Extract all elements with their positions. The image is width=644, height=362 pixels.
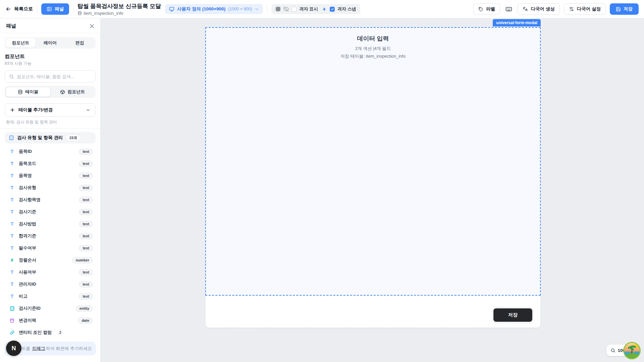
field-item[interactable]: T품목명text [5,170,96,182]
field-name: 검사방법 [19,221,36,227]
universal-form-modal-component[interactable]: universal-form-modal 데이터 입력 2개 섹션 |4개 필드… [205,27,541,328]
form-modal-footer[interactable]: 저장 [205,296,541,328]
field-name: 품목명 [19,173,32,179]
field-item[interactable]: T필수여부text [5,242,96,254]
field-item[interactable]: T검사방법text [5,218,96,230]
field-list-scroll[interactable]: 검사 유형 및 항목 관리 15개 T품목IDtextT품목코드textT품목명… [0,129,100,339]
join-count-badge: 2 [57,329,63,336]
field-type-badge: text [79,209,93,215]
panel-title: 패널 [6,23,16,29]
field-item[interactable]: 검사기준IDentity [5,302,96,314]
divider [37,5,37,13]
field-name: 엔티티 조인 컬럼 [19,329,52,336]
source-toggle: 테이블 컴포넌트 [5,86,96,98]
design-canvas[interactable]: universal-form-modal 데이터 입력 2개 섹션 |4개 필드… [101,18,644,362]
chevron-down-icon [255,7,259,11]
modal-save-button[interactable]: 저장 [493,308,532,322]
table-group-header[interactable]: 검사 유형 및 항목 관리 15개 [5,132,96,143]
field-item[interactable]: T검사유형text [5,182,96,194]
field-type-badge: date [78,317,93,324]
text-field-icon: T [9,173,15,178]
source-components-button[interactable]: 컴포넌트 [51,87,95,97]
add-change-table-button[interactable]: 테이블 추가/변경 [5,103,96,117]
label-toggle-button[interactable]: 라벨 [473,3,500,15]
field-item[interactable]: T비고text [5,290,96,302]
divider [267,5,267,13]
field-item[interactable]: T합격기준text [5,230,96,242]
magnifier-icon [610,348,615,353]
field-item[interactable]: T관리자IDtext [5,278,96,290]
field-type-badge: text [79,221,93,227]
form-modal-meta: 2개 섹션 |4개 필드 [206,46,540,52]
save-button[interactable]: 저장 [610,3,639,15]
eye-off-icon[interactable] [283,6,289,12]
search-icon [9,74,14,79]
number-field-icon: # [9,257,15,263]
field-type-badge: text [79,233,93,239]
i18n-settings-button[interactable]: 다국어 설정 [564,3,606,15]
i18n-generate-button[interactable]: 다국어 생성 [518,3,559,15]
tropical-island-sticker[interactable] [623,342,641,359]
calendar-icon [9,318,15,323]
keyboard-icon [505,6,512,12]
field-item[interactable]: T품목코드text [5,158,96,170]
field-name: 필수여부 [19,245,36,251]
form-modal-table-info: 저장 테이블: item_inspection_info [206,53,540,59]
database-icon [77,11,82,15]
snap-grid-checkbox[interactable] [330,7,335,12]
field-item[interactable]: 변경이력date [5,314,96,326]
form-modal-body[interactable]: 데이터 입력 2개 섹션 |4개 필드 저장 테이블: item_inspect… [205,27,541,296]
monitor-icon [169,6,174,12]
assistant-logo-button[interactable]: N [6,341,21,356]
search-input[interactable] [17,74,91,79]
grid-icon [275,6,281,12]
field-item[interactable]: T사용여부text [5,266,96,278]
field-item[interactable]: T품목IDtext [5,145,96,158]
field-type-badge: entity [76,305,93,312]
source-tables-button[interactable]: 테이블 [6,87,51,97]
back-label: 목록으로 [14,6,33,12]
text-field-icon: T [9,149,15,154]
text-field-icon: T [9,294,15,299]
database-icon [9,135,14,140]
lightning-icon [322,7,327,12]
field-item[interactable]: 엔티티 조인 컬럼2 [5,326,96,339]
field-name: 사용여부 [19,269,36,275]
field-type-badge: text [79,173,93,179]
field-type-badge: number [72,257,93,263]
field-type-badge: text [79,245,93,251]
field-count-badge: 15개 [66,134,80,141]
top-toolbar: 목록으로 패널 탑씰 품목검사정보 신규등록 모달 item_inspectio… [0,0,644,18]
tab-edit[interactable]: 편집 [65,38,95,48]
show-grid-checkbox[interactable] [291,7,297,12]
field-item[interactable]: T검사기준text [5,206,96,218]
show-grid-label: 격자 표시 [299,6,318,12]
form-modal-title: 데이터 입력 [206,35,540,43]
back-to-list-button[interactable]: 목록으로 [5,6,33,12]
viewport-size-select[interactable]: 사용자 정의 (1000×900) (1000 × 900) [165,4,263,14]
divider [73,5,73,13]
field-name: 검사항목명 [19,197,41,203]
current-table-label: 현재: 검사 유형 및 항목 관리 [6,119,94,125]
link-icon [9,330,15,335]
field-item[interactable]: #정렬순서number [5,254,96,266]
component-search[interactable] [5,70,96,82]
tab-layers[interactable]: 레이어 [35,38,65,48]
field-name: 관리자ID [19,281,36,287]
save-icon [616,7,621,12]
field-item[interactable]: T검사항목명text [5,194,96,206]
field-name: 검사기준ID [19,305,41,311]
components-available-count: 83개 사용 가능 [5,61,96,66]
languages-icon [523,6,528,12]
package-icon [60,89,65,95]
keyboard-shortcuts-button[interactable] [504,4,514,14]
text-field-icon: T [9,233,15,239]
tab-components[interactable]: 컴포넌트 [6,38,35,48]
text-field-icon: T [9,161,15,166]
text-field-icon: T [9,282,15,287]
toggle-panel-button[interactable]: 패널 [41,3,69,15]
field-type-badge: text [79,197,93,203]
text-field-icon: T [9,197,15,202]
close-panel-button[interactable] [89,23,95,29]
text-field-icon: T [9,245,15,251]
